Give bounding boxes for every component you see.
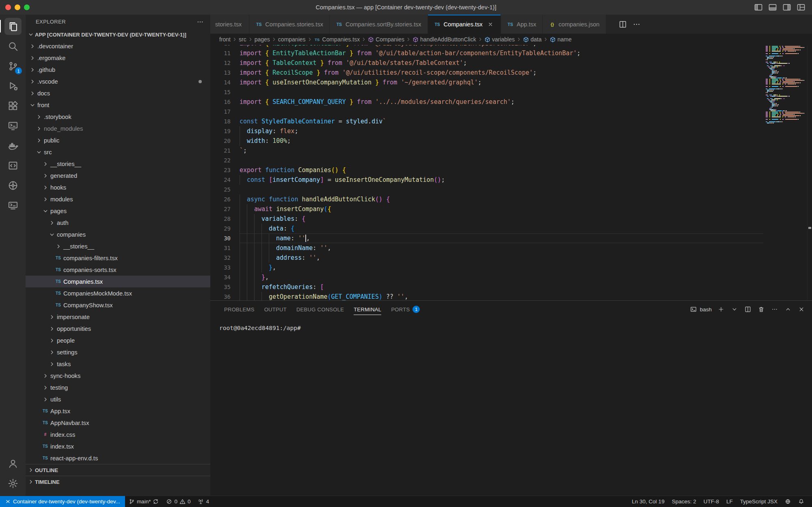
folder-.github[interactable]: .github xyxy=(26,64,210,76)
folder-.ergomake[interactable]: .ergomake xyxy=(26,52,210,64)
code-line-24[interactable]: 24const [insertCompany] = useInsertOneCo… xyxy=(210,175,763,185)
code-line-31[interactable]: 31domainName: '', xyxy=(210,243,763,253)
encoding-indicator[interactable]: UTF-8 xyxy=(700,496,723,507)
line-number[interactable]: 13 xyxy=(210,68,231,78)
code-editor[interactable]: 10import { WithTopBarContainer } from '@… xyxy=(210,45,812,300)
file-AppNavbar.tsx[interactable]: TSAppNavbar.tsx xyxy=(26,417,210,429)
folder-utils[interactable]: utils xyxy=(26,393,210,405)
code-line-23[interactable]: 23export function Companies() { xyxy=(210,165,763,175)
line-number[interactable]: 36 xyxy=(210,292,231,300)
folder-auth[interactable]: auth xyxy=(26,217,210,229)
code-line-32[interactable]: 32address: '', xyxy=(210,253,763,263)
line-number[interactable]: 24 xyxy=(210,175,231,185)
explorer-more-actions-icon[interactable] xyxy=(196,17,205,26)
file-Companies.tsx[interactable]: TSCompanies.tsx xyxy=(26,276,210,287)
line-number[interactable]: 10 xyxy=(210,45,231,48)
folder-front[interactable]: front xyxy=(26,99,210,111)
git-branch-indicator[interactable]: main* xyxy=(125,496,163,507)
line-number[interactable]: 29 xyxy=(210,224,231,233)
file-companies-filters.tsx[interactable]: TScompanies-filters.tsx xyxy=(26,252,210,264)
ports-indicator[interactable]: 4 xyxy=(194,496,213,507)
outline-section-header[interactable]: OUTLINE xyxy=(26,464,210,476)
accounts-icon[interactable] xyxy=(0,453,26,473)
eol-indicator[interactable]: LF xyxy=(723,496,736,507)
kubernetes-icon[interactable] xyxy=(0,175,26,195)
line-number[interactable]: 33 xyxy=(210,263,231,272)
folder-__stories__[interactable]: __stories__ xyxy=(26,240,210,252)
tab-Companies.tsx[interactable]: TSCompanies.tsx xyxy=(428,15,501,34)
folder-.vscode[interactable]: .vscode xyxy=(26,76,210,87)
terminal-output[interactable]: root@0a42ecd84891:/app# xyxy=(210,318,812,496)
folder-.storybook[interactable]: .storybook xyxy=(26,111,210,123)
tab-stories.tsx[interactable]: stories.tsx xyxy=(210,15,249,34)
layout-panel-icon[interactable] xyxy=(768,3,777,12)
line-number[interactable]: 22 xyxy=(210,155,231,165)
folder-.devcontainer[interactable]: .devcontainer xyxy=(26,40,210,52)
split-terminal-button[interactable] xyxy=(744,305,752,313)
code-line-15[interactable]: 15 xyxy=(210,87,763,97)
run-and-debug-icon[interactable] xyxy=(0,76,26,96)
file-index.tsx[interactable]: TSindex.tsx xyxy=(26,440,210,452)
line-number[interactable]: 18 xyxy=(210,117,231,126)
close-panel-button[interactable] xyxy=(797,305,806,313)
code-line-18[interactable]: 18const StyledTableContainer = styled.di… xyxy=(210,117,763,126)
file-react-app-env.d.ts[interactable]: TSreact-app-env.d.ts xyxy=(26,452,210,464)
remote-window-icon[interactable] xyxy=(0,195,26,215)
code-line-27[interactable]: 27await insertCompany({ xyxy=(210,204,763,214)
indentation-indicator[interactable]: Spaces: 2 xyxy=(668,496,700,507)
panel-tab-output[interactable]: OUTPUT xyxy=(259,301,292,318)
explorer-icon[interactable] xyxy=(0,16,26,36)
code-line-28[interactable]: 28variables: { xyxy=(210,214,763,224)
code-line-11[interactable]: 11import { EntityTableActionBar } from '… xyxy=(210,48,763,58)
tab-App.tsx[interactable]: TSApp.tsx xyxy=(501,15,543,34)
language-mode-indicator[interactable]: TypeScript JSX xyxy=(736,496,781,507)
file-CompaniesMockMode.tsx[interactable]: TSCompaniesMockMode.tsx xyxy=(26,287,210,299)
folder-hooks[interactable]: hooks xyxy=(26,181,210,193)
line-number[interactable]: 23 xyxy=(210,165,231,175)
code-line-34[interactable]: 34}, xyxy=(210,272,763,282)
code-line-13[interactable]: 13import { RecoilScope } from '@/ui/util… xyxy=(210,68,763,78)
folder-pages[interactable]: pages xyxy=(26,205,210,217)
line-number[interactable]: 16 xyxy=(210,97,231,107)
code-line-35[interactable]: 35refetchQueries: [ xyxy=(210,282,763,292)
line-number[interactable]: 21 xyxy=(210,146,231,155)
breadcrumb-data[interactable]: data xyxy=(523,36,542,43)
feedback-indicator[interactable] xyxy=(781,496,795,507)
breadcrumb-pages[interactable]: pages xyxy=(255,36,270,43)
new-terminal-button[interactable] xyxy=(717,305,725,313)
code-line-33[interactable]: 33}, xyxy=(210,263,763,272)
editor-more-actions-button[interactable] xyxy=(632,20,641,29)
folder-impersonate[interactable]: impersonate xyxy=(26,311,210,323)
line-number[interactable]: 30 xyxy=(210,233,231,243)
panel-tab-problems[interactable]: PROBLEMS xyxy=(219,301,259,318)
line-number[interactable]: 17 xyxy=(210,107,231,117)
line-number[interactable]: 19 xyxy=(210,126,231,136)
breadcrumb-name[interactable]: name xyxy=(550,36,572,43)
panel-tab-debug-console[interactable]: DEBUG CONSOLE xyxy=(292,301,349,318)
folder-generated[interactable]: generated xyxy=(26,170,210,181)
layout-customize-icon[interactable] xyxy=(797,3,806,12)
code-line-14[interactable]: 14import { useInsertOneCompanyMutation }… xyxy=(210,78,763,87)
breadcrumb-companies[interactable]: companies xyxy=(278,36,306,43)
code-line-12[interactable]: 12import { TableContext } from '@/ui/tab… xyxy=(210,58,763,68)
line-number[interactable]: 32 xyxy=(210,253,231,263)
code-line-17[interactable]: 17 xyxy=(210,107,763,117)
extensions-icon[interactable] xyxy=(0,96,26,116)
line-number[interactable]: 12 xyxy=(210,58,231,68)
panel-tab-ports[interactable]: PORTS1 xyxy=(386,301,425,318)
search-icon[interactable] xyxy=(0,36,26,56)
folder-companies[interactable]: companies xyxy=(26,229,210,240)
line-number[interactable]: 25 xyxy=(210,185,231,194)
breadcrumb-Companies[interactable]: Companies xyxy=(368,36,404,43)
folder-settings[interactable]: settings xyxy=(26,346,210,358)
remote-indicator[interactable]: Container dev-twenty-dev (dev-twenty-dev… xyxy=(0,496,125,507)
folder-opportunities[interactable]: opportunities xyxy=(26,323,210,334)
folder-tasks[interactable]: tasks xyxy=(26,358,210,370)
folder-docs[interactable]: docs xyxy=(26,87,210,99)
folder-node_modules[interactable]: node_modules xyxy=(26,123,210,134)
launch-profile-chevron-icon[interactable] xyxy=(730,305,739,313)
breadcrumb-variables[interactable]: variables xyxy=(484,36,515,43)
kill-terminal-button[interactable] xyxy=(757,305,765,313)
code-line-26[interactable]: 26async function handleAddButtonClick() … xyxy=(210,194,763,204)
line-number[interactable]: 28 xyxy=(210,214,231,224)
